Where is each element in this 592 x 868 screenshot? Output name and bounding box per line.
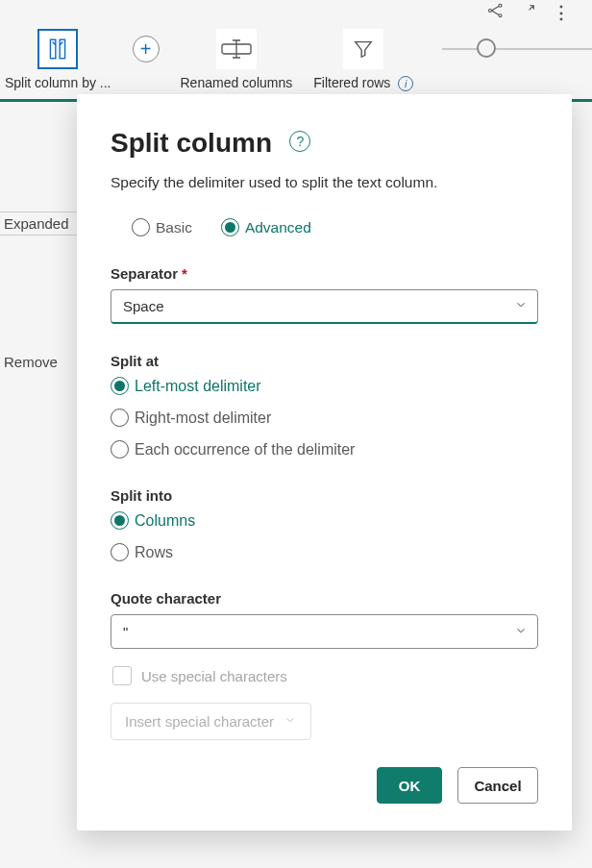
chevron-down-icon [514,298,528,314]
quote-value: " [123,624,128,640]
help-icon[interactable]: ? [289,131,310,152]
step-filtered-rows[interactable]: Filtered rows i [313,29,413,91]
svg-point-2 [499,14,502,17]
graph-node [477,38,496,58]
svg-point-0 [489,10,492,12]
quote-dropdown[interactable]: " [111,614,538,649]
add-step-button[interactable]: + [133,36,160,91]
chevron-down-icon [514,624,528,640]
split-into-radio-group: Columns Rows [111,511,538,561]
radio-advanced[interactable]: Advanced [221,218,311,236]
expand-icon[interactable] [522,2,535,24]
step-label: Split column by ... [5,75,111,90]
radio-basic[interactable]: Basic [132,218,192,236]
split-column-icon [37,29,78,69]
step-renamed-columns[interactable]: Renamed columns [181,29,293,91]
info-icon[interactable]: i [398,76,413,91]
plus-icon: + [133,36,160,62]
ok-button[interactable]: OK [377,767,442,804]
separator-value: Space [123,298,164,314]
svg-point-1 [499,4,502,7]
radio-left-most[interactable]: Left-most delimiter [111,377,538,395]
split-column-dialog: Split column ? Specify the delimiter use… [77,94,572,831]
more-icon[interactable]: ⋮ [553,2,571,24]
radio-columns[interactable]: Columns [111,511,538,530]
radio-rows[interactable]: Rows [111,543,538,561]
dialog-buttons: OK Cancel [111,767,538,804]
step-label: Filtered rows i [313,75,413,91]
insert-special-button[interactable]: Insert special character [111,703,311,740]
split-at-radio-group: Left-most delimiter Right-most delimiter… [111,377,538,459]
rename-columns-icon [216,29,257,69]
step-label: Renamed columns [181,75,293,90]
step-split-column[interactable]: Split column by ... [5,29,111,91]
separator-dropdown[interactable]: Space [111,289,538,324]
split-into-label: Split into [111,487,538,504]
cancel-button[interactable]: Cancel [457,767,538,804]
dialog-subtitle: Specify the delimiter used to split the … [111,174,538,191]
use-special-checkbox[interactable]: Use special characters [111,666,287,685]
mode-radio-group: Basic Advanced [111,218,538,236]
separator-label: Separator* [111,265,538,282]
radio-each-occurrence[interactable]: Each occurrence of the delimiter [111,440,538,459]
dialog-title: Split column [111,128,272,159]
quote-label: Quote character [111,590,538,607]
split-at-label: Split at [111,353,538,369]
graph-toolbar: ⋮ [487,2,571,24]
graph-edge [442,48,592,50]
chevron-down-icon [284,713,297,730]
filter-icon [343,29,383,69]
branch-icon[interactable] [487,2,505,24]
radio-right-most[interactable]: Right-most delimiter [111,409,538,427]
applied-steps-toolbar: Split column by ... + Renamed columns Fi… [0,29,592,102]
